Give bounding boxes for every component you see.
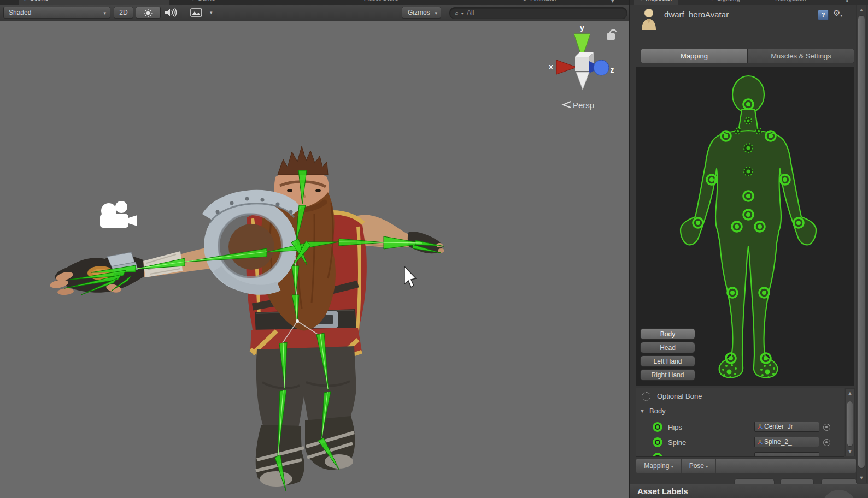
asset-label-picker-button[interactable] <box>822 490 856 498</box>
bone-object-field[interactable]: Center_Jr <box>754 422 819 432</box>
toolbar-divider <box>207 8 207 17</box>
mapped-bone-icon-partial <box>653 453 662 457</box>
mapping-menu-button[interactable]: Mapping ▾ <box>636 459 682 473</box>
pose-menu-label: Pose <box>689 462 704 470</box>
image-icon <box>190 8 202 17</box>
mapping-menu-label: Mapping <box>644 462 669 470</box>
object-picker-icon[interactable] <box>823 439 830 446</box>
mapping-footer-bar: Mapping ▾ Pose ▾ <box>636 459 857 473</box>
optional-bone-legend-icon <box>642 392 650 401</box>
help-icon[interactable]: ? <box>818 10 829 20</box>
inspector-scrollbar[interactable]: ▲ ▼ <box>856 5 867 483</box>
scroll-down-icon[interactable]: ▼ <box>857 475 866 481</box>
gear-caret-icon: ▾ <box>840 14 842 17</box>
camera-gizmo-icon <box>100 201 137 228</box>
tab-mapping[interactable]: Mapping <box>641 49 748 63</box>
bone-group-label: Body <box>649 407 666 415</box>
asset-labels-title: Asset Labels <box>637 487 688 496</box>
bone-label: Spine <box>668 438 686 447</box>
tab-asset-store-label: Asset Store <box>365 0 398 2</box>
inspector-tab-icon: ● <box>640 0 643 2</box>
tab-muscles-settings[interactable]: Muscles & Settings <box>748 49 854 63</box>
2d-toggle-button[interactable]: 2D <box>114 7 133 19</box>
object-picker-icon[interactable] <box>823 424 830 431</box>
mouse-cursor <box>404 266 416 287</box>
scene-audio-toggle[interactable] <box>164 8 178 20</box>
animator-tab-icon: ▶ <box>524 0 528 2</box>
inspector-pane-menu-icon[interactable]: ▪ ≡ <box>846 0 858 4</box>
axis-z-label: z <box>611 66 614 74</box>
scene-viewport[interactable]: y x z Persp <box>0 21 629 498</box>
tab-game-label: Game <box>197 0 215 2</box>
lighting-tab-icon: ☀ <box>709 0 714 2</box>
tab-scene[interactable]: #Scene <box>19 0 169 5</box>
scene-tab-icon: # <box>24 0 27 2</box>
gizmos-label: Gizmos <box>408 9 430 16</box>
body-part-button-body[interactable]: Body <box>640 328 695 340</box>
chevron-down-icon: ▾ <box>671 464 673 469</box>
scroll-up-icon[interactable]: ▲ <box>857 7 866 13</box>
scene-toolbar: Shaded ▾ 2D <box>0 5 629 21</box>
scene-tabstrip: #Scene ●Game ▪Asset Store ▶Animator ▾ ≡ <box>0 0 629 5</box>
chevron-down-icon: ▾ <box>435 8 437 19</box>
scene-effects-toggle[interactable] <box>187 7 206 19</box>
shading-mode-label: Shaded <box>9 9 31 16</box>
bone-object-field[interactable]: Spine_2_ <box>754 437 819 447</box>
tab-asset-store[interactable]: ▪Asset Store <box>354 0 404 5</box>
transform-axes-icon <box>757 439 763 445</box>
footer-bar-divider <box>734 459 734 473</box>
shading-mode-dropdown[interactable]: Shaded ▾ <box>3 7 110 19</box>
tab-scene-label: Scene <box>30 0 49 2</box>
scene-lighting-toggle[interactable] <box>136 7 161 19</box>
tab-navigation-label: Navigation <box>775 0 806 2</box>
bone-object-field-partial[interactable] <box>754 452 819 457</box>
tab-lighting[interactable]: ☀Lighting <box>704 0 746 5</box>
scene-search-input[interactable]: ⌕ ▾ All <box>449 7 627 19</box>
tab-navigation[interactable]: Navigation <box>770 0 812 5</box>
inspector-tabstrip: ●Inspector ☀Lighting Navigation ▪ ≡ <box>630 0 868 5</box>
lock-icon <box>607 30 616 40</box>
character-model <box>49 146 444 487</box>
bone-object-value: Spine_2_ <box>764 438 792 446</box>
sun-icon <box>144 9 153 17</box>
game-tab-icon: ● <box>191 0 195 2</box>
axis-x-label: x <box>549 62 553 71</box>
tab-animator[interactable]: ▶Animator <box>518 0 562 5</box>
bone-list-scrollbar[interactable]: ▲ ▼ <box>845 388 855 456</box>
tab-inspector[interactable]: ●Inspector <box>634 0 678 5</box>
bone-label: Hips <box>668 423 682 431</box>
unity-editor-window: #Scene ●Game ▪Asset Store ▶Animator ▾ ≡ … <box>0 0 868 498</box>
gizmos-dropdown[interactable]: Gizmos ▾ <box>402 7 441 19</box>
search-icon: ⌕ <box>455 8 459 18</box>
asset-store-tab-icon: ▪ <box>360 0 362 2</box>
body-part-button-head[interactable]: Head <box>640 342 695 353</box>
chevron-down-icon: ▾ <box>706 464 708 469</box>
chevron-down-icon: ▾ <box>103 8 106 19</box>
inspector-pane: ●Inspector ☀Lighting Navigation ▪ ≡ dwar… <box>630 0 868 498</box>
search-filter-caret-icon: ▾ <box>461 8 464 19</box>
body-part-button-left-hand[interactable]: Left Hand <box>640 355 695 367</box>
mapped-bone-icon <box>653 422 662 432</box>
bone-mapping-list: Optional Bone ▼ Body Hips Center_Jr <box>636 388 844 457</box>
tab-game[interactable]: ●Game <box>186 0 221 5</box>
avatar-mapping-diagram: Body Head Left Hand Right Hand <box>636 67 854 386</box>
bone-object-value: Center_Jr <box>764 423 793 430</box>
scroll-down-icon[interactable]: ▼ <box>846 449 854 454</box>
foldout-arrow-icon[interactable]: ▼ <box>640 408 645 414</box>
pose-menu-button[interactable]: Pose ▾ <box>682 459 716 473</box>
body-part-button-right-hand[interactable]: Right Hand <box>640 369 695 381</box>
scroll-up-icon[interactable]: ▲ <box>846 390 854 396</box>
scrollbar-thumb[interactable] <box>847 401 853 447</box>
projection-label: Persp <box>573 100 594 110</box>
scene-pane-menu-icon[interactable]: ▾ ≡ <box>611 0 624 4</box>
tab-animator-label: Animator <box>531 0 557 2</box>
effects-dropdown-icon[interactable]: ▾ <box>210 10 213 15</box>
tab-inspector-label: Inspector <box>646 0 672 2</box>
axis-y-label: y <box>580 23 584 32</box>
scrollbar-thumb[interactable] <box>858 15 865 469</box>
gear-icon[interactable]: ⚙▾ <box>833 8 842 18</box>
scene-3d-render: y x z Persp <box>0 21 629 498</box>
search-value: All <box>467 8 474 18</box>
mapped-bone-icon <box>653 437 662 447</box>
tab-lighting-label: Lighting <box>717 0 740 2</box>
